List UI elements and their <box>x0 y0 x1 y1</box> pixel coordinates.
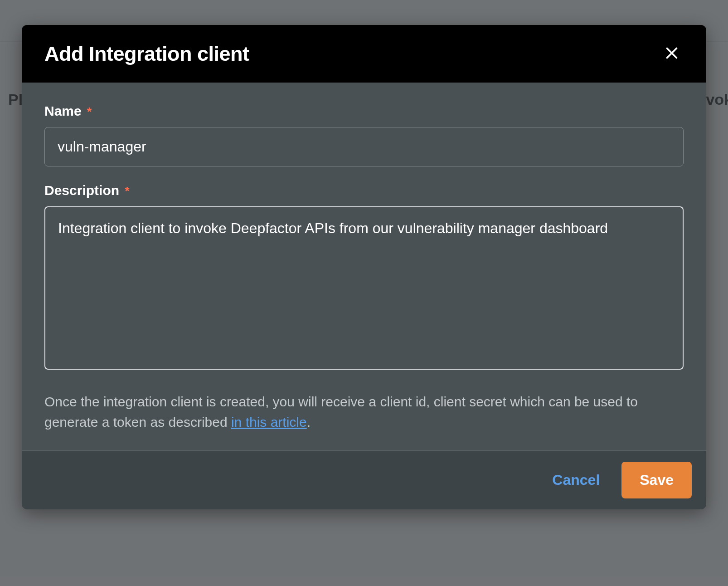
cancel-button[interactable]: Cancel <box>545 464 607 497</box>
description-form-group: Description * <box>44 183 684 371</box>
description-required-indicator: * <box>125 184 129 198</box>
modal-header: Add Integration client <box>22 25 706 83</box>
name-form-group: Name * <box>44 103 684 166</box>
modal-footer: Cancel Save <box>22 450 706 509</box>
close-button[interactable] <box>660 41 684 66</box>
description-label: Description * <box>44 183 684 198</box>
helper-text-suffix: . <box>307 415 311 430</box>
name-required-indicator: * <box>87 105 92 118</box>
modal-body: Name * Description * Once the integratio… <box>22 83 706 450</box>
description-textarea[interactable] <box>44 206 684 370</box>
name-input[interactable] <box>44 127 684 166</box>
helper-article-link[interactable]: in this article <box>231 415 307 430</box>
helper-text: Once the integration client is created, … <box>44 391 684 432</box>
save-button[interactable]: Save <box>621 462 692 498</box>
helper-text-prefix: Once the integration client is created, … <box>44 394 638 430</box>
close-icon <box>664 45 680 63</box>
modal-title: Add Integration client <box>44 42 249 66</box>
name-label-text: Name <box>44 103 82 118</box>
description-label-text: Description <box>44 183 119 198</box>
name-label: Name * <box>44 103 684 119</box>
add-integration-client-modal: Add Integration client Name * Descriptio… <box>22 25 706 509</box>
